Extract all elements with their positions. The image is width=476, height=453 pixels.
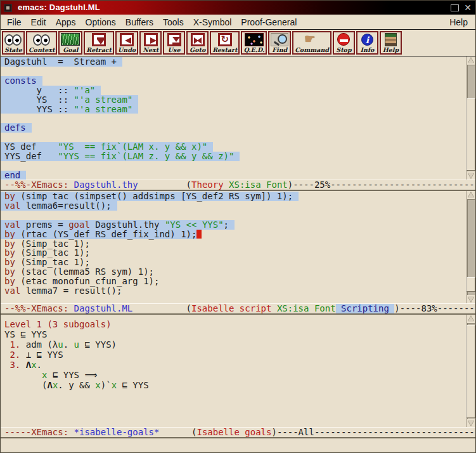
theory-buffer[interactable]: Dagstuhl = Stream +consts y :: "'a" YS :… [1, 56, 475, 180]
toolbar-button-find[interactable]: Find [268, 31, 291, 55]
code-line[interactable]: by (etac monofun_cfun_arg 1); [4, 277, 475, 286]
scroll-down-icon[interactable] [468, 173, 474, 178]
scrollbar-thumb[interactable] [466, 98, 475, 171]
menu-buffers[interactable]: Buffers [125, 17, 153, 27]
info-icon [361, 34, 373, 46]
eyes-icon [4, 33, 22, 46]
code-line[interactable]: YYS :: "'a stream" [4, 105, 475, 114]
title-bar[interactable]: emacs: Dagstuhl.ML ✕ [1, 1, 475, 15]
scroll-up-icon[interactable] [468, 58, 474, 63]
next-icon [144, 33, 158, 46]
code-line[interactable]: YS_def "YS == fix`(LAM x. y && x)" [4, 142, 475, 152]
code-line[interactable]: by (stac (lemma5 RS sym) 1); [4, 267, 475, 277]
toolbar-button-restart[interactable]: Restart [210, 31, 240, 55]
toolbar-button-use[interactable]: Use [163, 31, 185, 55]
retract-icon [92, 33, 106, 46]
scroll-down-icon[interactable] [468, 420, 474, 426]
menu-apps[interactable]: Apps [56, 17, 76, 27]
toolbar-button-next[interactable]: Next [139, 31, 162, 55]
goals-buffer[interactable]: Level 1 (3 subgoals)YS ⊑ YYS 1. adm (λu.… [1, 315, 475, 427]
system-menu-icon[interactable] [4, 4, 12, 12]
code-line[interactable] [4, 67, 475, 76]
eyes-icon [33, 33, 51, 46]
close-button[interactable]: ✕ [464, 3, 472, 12]
toolbar-button-q-e-d[interactable]: Q.E.D. [241, 31, 267, 55]
pointing-hand-icon [303, 33, 321, 46]
code-line[interactable] [4, 114, 475, 123]
scrollbar-thumb[interactable] [466, 325, 475, 418]
toolbar-button-label: Find [272, 46, 287, 53]
toolbar-button-label: Info [361, 46, 375, 53]
stop-icon [337, 33, 350, 46]
maximize-button[interactable] [451, 4, 459, 11]
toolbar-button-context[interactable]: Context [26, 31, 57, 55]
script-buffer[interactable]: by (simp_tac (simpset() addsimps [YS_def… [1, 191, 475, 303]
code-line[interactable]: YS ⊑ YYS [4, 329, 475, 339]
toolbar-button-label: Restart [212, 46, 237, 53]
code-line[interactable]: 3. Λx. [4, 360, 475, 370]
menu-file[interactable]: File [7, 17, 22, 27]
toolbar-button-label: Stop [336, 46, 351, 53]
toolbar-button-goal[interactable]: Goal [58, 31, 82, 55]
code-line[interactable]: val prems = goal Dagstuhl.thy "YS << YYS… [4, 220, 475, 230]
code-line[interactable]: by (simp_tac (simpset() addsimps [YS_def… [4, 192, 475, 201]
menu-help[interactable]: Help [449, 17, 468, 27]
toolbar-button-command[interactable]: Command [292, 31, 331, 55]
code-line[interactable]: YS :: "'a stream" [4, 95, 475, 105]
code-line[interactable]: y :: "'a" [4, 86, 475, 95]
code-line[interactable]: YYS_def "YYS == fix`(LAM z. y && y && z)… [4, 152, 475, 161]
toolbar-button-label: Retract [86, 46, 112, 53]
code-line[interactable]: 1. adm (λu. u ⊑ YYS) [4, 339, 475, 350]
xemacs-window: emacs: Dagstuhl.ML ✕ FileEditAppsOptions… [0, 0, 476, 453]
code-line[interactable]: by (Simp_tac 1); [4, 258, 475, 267]
scroll-up-icon[interactable] [468, 192, 474, 198]
code-line[interactable]: x ⊑ YYS ⟹ [4, 370, 475, 380]
code-line[interactable]: defs [4, 123, 475, 133]
toolbar-button-retract[interactable]: Retract [84, 31, 114, 55]
toolbar-button-label: Goal [63, 46, 78, 53]
toolbar-button-label: Help [383, 46, 399, 53]
scroll-up-icon[interactable] [468, 316, 474, 322]
code-line[interactable]: by (Simp_tac 1); [4, 239, 475, 249]
code-line[interactable] [4, 211, 475, 220]
code-line[interactable]: 2. ⊥ ⊑ YYS [4, 350, 475, 360]
code-line[interactable]: val lemma6=result(); [4, 201, 475, 211]
modeline-goals: -----XEmacs: *isabelle-goals* (Isabelle … [1, 427, 475, 438]
code-line[interactable]: val lemma7 = result(); [4, 286, 475, 296]
scrollbar-script[interactable] [466, 191, 475, 303]
code-line[interactable]: (Λx. y && x)`x ⊑ YYS [4, 380, 475, 390]
proof-general-toolbar: StateContextGoalRetractUndoNextUseGotoRe… [1, 30, 475, 56]
menu-x-symbol[interactable]: X-Symbol [193, 17, 232, 27]
code-line[interactable]: by (rtac (YS_def RS def_fix_ind) 1); [4, 230, 475, 239]
goto-icon [191, 33, 205, 46]
minibuffer[interactable] [1, 438, 475, 452]
code-line[interactable]: by (Simp_tac 1); [4, 248, 475, 258]
toolbar-button-stop[interactable]: Stop [333, 31, 355, 55]
toolbar-button-label: Command [295, 46, 329, 53]
menu-tools[interactable]: Tools [163, 17, 184, 27]
modeline-theory: --%%-XEmacs: Dagstuhl.thy (Theory XS:isa… [1, 180, 475, 191]
fireworks-icon [245, 33, 264, 46]
toolbar-button-goto[interactable]: Goto [186, 31, 209, 55]
scroll-down-icon[interactable] [468, 296, 474, 302]
code-line[interactable] [4, 161, 475, 171]
scrollbar-theory[interactable] [466, 56, 475, 180]
menu-edit[interactable]: Edit [31, 17, 46, 27]
toolbar-button-help[interactable]: Help [380, 31, 402, 55]
toolbar-button-state[interactable]: State [2, 31, 25, 55]
code-line[interactable]: end [4, 171, 475, 180]
scrollbar-thumb[interactable] [466, 277, 475, 292]
code-line[interactable] [4, 133, 475, 142]
toolbar-button-label: State [4, 46, 22, 53]
theory-buffer-lines: Dagstuhl = Stream +consts y :: "'a" YS :… [1, 56, 475, 180]
code-line[interactable]: Dagstuhl = Stream + [4, 57, 475, 67]
scrollbar-goals[interactable] [466, 315, 475, 427]
script-buffer-lines: by (simp_tac (simpset() addsimps [YS_def… [1, 191, 475, 296]
code-line[interactable]: Level 1 (3 subgoals) [4, 319, 475, 329]
menu-options[interactable]: Options [86, 17, 116, 27]
toolbar-button-undo[interactable]: Undo [115, 31, 138, 55]
menu-proof-general[interactable]: Proof-General [241, 17, 297, 27]
toolbar-button-info[interactable]: Info [356, 31, 378, 55]
modeline-script: --%%-XEmacs: Dagstuhl.ML (Isabelle scrip… [1, 303, 475, 315]
code-line[interactable]: consts [4, 76, 475, 86]
